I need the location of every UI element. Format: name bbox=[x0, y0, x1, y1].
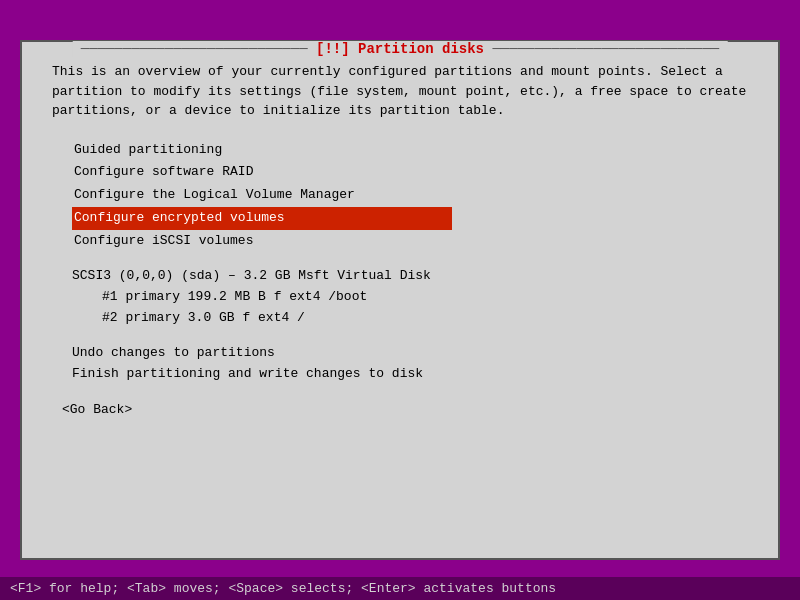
window-title: [!!] Partition disks bbox=[73, 41, 728, 57]
disk-info: SCSI3 (0,0,0) (sda) – 3.2 GB Msft Virtua… bbox=[72, 266, 748, 328]
menu-item-software-raid[interactable]: Configure software RAID bbox=[72, 161, 748, 184]
main-window: [!!] Partition disks This is an overview… bbox=[20, 40, 780, 560]
desc-line2: partition to modify its settings (file s… bbox=[52, 82, 748, 102]
go-back-button[interactable]: <Go Back> bbox=[62, 402, 748, 417]
disk-header: SCSI3 (0,0,0) (sda) – 3.2 GB Msft Virtua… bbox=[72, 266, 748, 287]
menu-item-encrypted[interactable]: Configure encrypted volumes bbox=[72, 207, 452, 230]
status-bar: <F1> for help; <Tab> moves; <Space> sele… bbox=[0, 577, 800, 600]
undo-action[interactable]: Undo changes to partitions bbox=[72, 343, 748, 364]
partition-2[interactable]: #2 primary 3.0 GB f ext4 / bbox=[102, 308, 748, 329]
menu-item-lvm[interactable]: Configure the Logical Volume Manager bbox=[72, 184, 748, 207]
desc-line3: partitions, or a device to initialize it… bbox=[52, 101, 748, 121]
menu-item-iscsi[interactable]: Configure iSCSI volumes bbox=[72, 230, 748, 253]
content-area: This is an overview of your currently co… bbox=[52, 62, 748, 548]
description-text: This is an overview of your currently co… bbox=[52, 62, 748, 121]
actions-list: Undo changes to partitions Finish partit… bbox=[72, 343, 748, 385]
menu-item-guided[interactable]: Guided partitioning bbox=[72, 139, 748, 162]
finish-action[interactable]: Finish partitioning and write changes to… bbox=[72, 364, 748, 385]
desc-line1: This is an overview of your currently co… bbox=[52, 62, 748, 82]
partition-1[interactable]: #1 primary 199.2 MB B f ext4 /boot bbox=[102, 287, 748, 308]
menu-list: Guided partitioning Configure software R… bbox=[72, 139, 748, 253]
